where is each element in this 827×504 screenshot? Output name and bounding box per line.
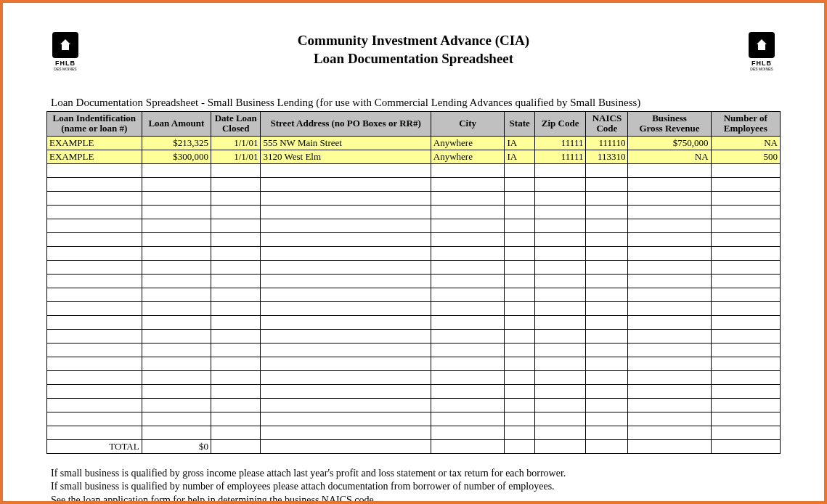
empty-cell — [534, 260, 586, 274]
empty-cell — [261, 219, 431, 232]
empty-cell — [47, 246, 142, 260]
col-header-street: Street Address (no PO Boxes or RR#) — [261, 112, 431, 137]
empty-cell — [211, 384, 261, 398]
empty-cell — [211, 205, 261, 219]
empty-cell — [261, 288, 431, 301]
title-line-1: Community Investment Advance (CIA) — [84, 32, 743, 50]
logo-subtext: DES MOINES — [743, 67, 781, 71]
col-header-employees: Number ofEmployees — [711, 112, 780, 137]
empty-cell — [211, 398, 261, 412]
empty-cell — [431, 274, 505, 288]
empty-cell — [211, 191, 261, 205]
cell-loan_id: EXAMPLE — [47, 150, 142, 163]
empty-cell — [261, 426, 431, 439]
table-row-empty — [47, 412, 781, 426]
cell-employees: 500 — [711, 150, 780, 163]
empty-cell — [586, 343, 628, 357]
empty-cell — [711, 219, 780, 232]
col-header-amount: Loan Amount — [142, 112, 211, 137]
col-header-loanid: Loan Indentification(name or loan #) — [47, 112, 142, 137]
cell-zip: 11111 — [534, 136, 586, 150]
table-row-empty — [47, 163, 781, 177]
empty-cell — [211, 357, 261, 370]
empty-cell — [586, 219, 628, 232]
empty-cell — [211, 232, 261, 246]
empty-cell — [142, 246, 211, 260]
empty-cell — [142, 232, 211, 246]
empty-cell — [47, 329, 142, 343]
table-header: Loan Indentification(name or loan #) Loa… — [47, 112, 781, 137]
empty-cell — [586, 274, 628, 288]
empty-cell — [142, 288, 211, 301]
empty-cell — [534, 232, 586, 246]
empty-cell — [261, 412, 431, 426]
table-row: EXAMPLE$300,0001/1/013120 West ElmAnywhe… — [47, 150, 781, 163]
empty-cell — [586, 191, 628, 205]
empty-cell — [505, 219, 534, 232]
empty-cell — [534, 439, 586, 453]
empty-cell — [505, 439, 534, 453]
empty-cell — [711, 329, 780, 343]
empty-cell — [47, 177, 142, 191]
empty-cell — [628, 205, 711, 219]
empty-cell — [711, 426, 780, 439]
footer-line-2: If small business is qualified by number… — [51, 480, 781, 494]
empty-cell — [534, 329, 586, 343]
empty-cell — [505, 343, 534, 357]
empty-cell — [628, 426, 711, 439]
table-row-empty — [47, 398, 781, 412]
empty-cell — [534, 357, 586, 370]
cell-street: 3120 West Elm — [261, 150, 431, 163]
table-row-empty — [47, 274, 781, 288]
empty-cell — [47, 357, 142, 370]
empty-cell — [431, 177, 505, 191]
empty-cell — [505, 315, 534, 329]
cell-city: Anywhere — [431, 150, 505, 163]
empty-cell — [431, 343, 505, 357]
loan-table: Loan Indentification(name or loan #) Loa… — [46, 111, 781, 454]
empty-cell — [534, 191, 586, 205]
empty-cell — [586, 232, 628, 246]
empty-cell — [142, 177, 211, 191]
cell-revenue: $750,000 — [628, 136, 711, 150]
empty-cell — [534, 163, 586, 177]
total-row: TOTAL$0 — [47, 439, 781, 453]
empty-cell — [47, 163, 142, 177]
empty-cell — [431, 232, 505, 246]
empty-cell — [711, 384, 780, 398]
empty-cell — [211, 426, 261, 439]
empty-cell — [534, 426, 586, 439]
empty-cell — [261, 315, 431, 329]
empty-cell — [505, 288, 534, 301]
empty-cell — [711, 439, 780, 453]
empty-cell — [711, 288, 780, 301]
empty-cell — [211, 163, 261, 177]
empty-cell — [47, 398, 142, 412]
table-row-empty — [47, 177, 781, 191]
empty-cell — [47, 232, 142, 246]
empty-cell — [142, 315, 211, 329]
empty-cell — [261, 301, 431, 315]
empty-cell — [47, 426, 142, 439]
col-header-city: City — [431, 112, 505, 137]
empty-cell — [505, 232, 534, 246]
empty-cell — [261, 357, 431, 370]
empty-cell — [211, 329, 261, 343]
empty-cell — [586, 288, 628, 301]
empty-cell — [534, 301, 586, 315]
empty-cell — [534, 246, 586, 260]
empty-cell — [711, 232, 780, 246]
empty-cell — [211, 301, 261, 315]
empty-cell — [431, 329, 505, 343]
empty-cell — [711, 205, 780, 219]
empty-cell — [628, 177, 711, 191]
empty-cell — [142, 412, 211, 426]
empty-cell — [261, 398, 431, 412]
empty-cell — [505, 177, 534, 191]
empty-cell — [261, 439, 431, 453]
empty-cell — [586, 315, 628, 329]
empty-cell — [431, 246, 505, 260]
empty-cell — [711, 163, 780, 177]
cell-city: Anywhere — [431, 136, 505, 150]
col-header-zip: Zip Code — [534, 112, 586, 137]
